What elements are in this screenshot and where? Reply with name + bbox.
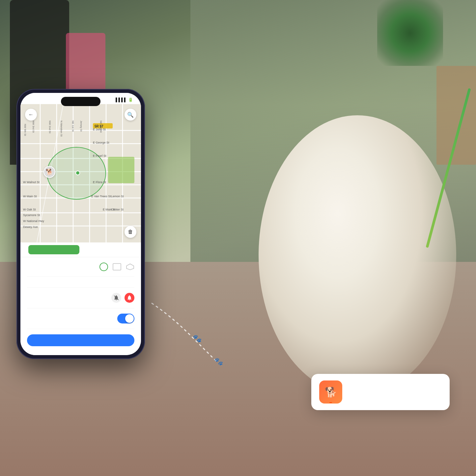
alarm-option-silent[interactable] [111, 293, 121, 303]
paw-icon-2: 🐾 [214, 357, 223, 366]
toggle-knob [125, 314, 134, 323]
street-label-3rd-nw: NW 3rd St [32, 121, 35, 133]
street-label-lemon: Lemon St [111, 195, 124, 198]
phone-frame: ▐▐▐▐ 🔋 [16, 89, 145, 359]
phone-mockup: ▐▐▐▐ 🔋 [16, 89, 145, 359]
map-background: 5R 57 🐕 E John St E [20, 104, 141, 242]
zone-toggle [20, 242, 141, 257]
search-button[interactable]: 🔍 [125, 109, 136, 121]
street-label-w-main: W Main St [23, 195, 37, 198]
street-label-national: W National Hwy [23, 219, 44, 223]
street-label-flora: E Flora St [93, 181, 106, 184]
name-setting-row [27, 277, 134, 288]
alarm-icon-options [111, 293, 134, 303]
fence-toggle[interactable] [117, 314, 134, 323]
shape-circle-option[interactable] [99, 263, 108, 271]
back-button[interactable]: ← [25, 109, 37, 121]
street-label-oak: W Oak St [23, 208, 36, 211]
street-label-center: Center St [111, 208, 124, 211]
dynamic-island [61, 97, 100, 106]
notification-card: 🐕 [311, 374, 450, 410]
paw-icon-1: 🐾 [193, 334, 202, 343]
shape-options [99, 263, 134, 271]
alarm-option-active[interactable] [125, 293, 134, 303]
street-label-walnut: W Walnut St [23, 181, 40, 184]
alarm-setting-row [27, 288, 134, 308]
street-label-george: E George St [93, 141, 109, 144]
street-label-6th-nw: NW 6th St [24, 124, 27, 136]
app-logo-icon: 🐕 [325, 386, 337, 398]
park-area [108, 157, 134, 183]
status-bar: ▐▐▐▐ 🔋 [20, 93, 141, 104]
settings-panel [20, 242, 141, 353]
map-center-dot [75, 171, 80, 175]
active-alarm-icon [126, 295, 132, 301]
back-icon: ← [28, 112, 34, 118]
svg-marker-17 [126, 264, 134, 270]
save-button[interactable] [27, 334, 134, 346]
street-label-sycamore: Sycamore St [23, 213, 40, 217]
street-label-van-trees: E Van Trees St [91, 195, 111, 198]
paw-trail-path: 🐾 🐾 [145, 296, 244, 379]
phone-bottom-bar [20, 353, 141, 355]
silent-alarm-icon [113, 295, 119, 301]
street-label-2nd-nw: NW 2nd St [48, 121, 51, 133]
street-label-pearl: E Pearl St [93, 154, 106, 157]
notification-content [348, 380, 442, 382]
shape-polygon-option[interactable] [126, 263, 134, 270]
shape-rectangle-option[interactable] [113, 263, 121, 270]
phone-screen: ▐▐▐▐ 🔋 [20, 93, 141, 355]
notification-app-icon: 🐕 [319, 380, 342, 404]
street-label-2nd-ne: NE 2nd St [99, 121, 102, 132]
street-label-meridian: N Meridian St [60, 121, 63, 136]
status-icons: ▐▐▐▐ 🔋 [114, 98, 133, 102]
search-icon: 🔍 [127, 112, 134, 118]
shape-setting-row [27, 257, 134, 277]
app-name-badge [329, 402, 332, 403]
map-view[interactable]: 5R 57 🐕 E John St E [20, 104, 141, 242]
safe-zone-button[interactable] [28, 245, 79, 254]
battery-icon: 🔋 [128, 98, 133, 102]
pet-avatar: 🐕 [43, 166, 55, 178]
street-label-dewey: Dewey Ave [23, 225, 38, 229]
delete-icon: 🗑 [128, 229, 133, 235]
signal-bars-icon: ▐▐▐▐ [114, 98, 126, 102]
delete-button[interactable]: 🗑 [125, 226, 136, 238]
fence-switch-row [27, 308, 134, 329]
no-go-zone-button[interactable] [82, 245, 133, 254]
street-label-1st-ne: NE 1st St [71, 121, 74, 132]
street-label-jersey: Jersey St [80, 121, 83, 131]
